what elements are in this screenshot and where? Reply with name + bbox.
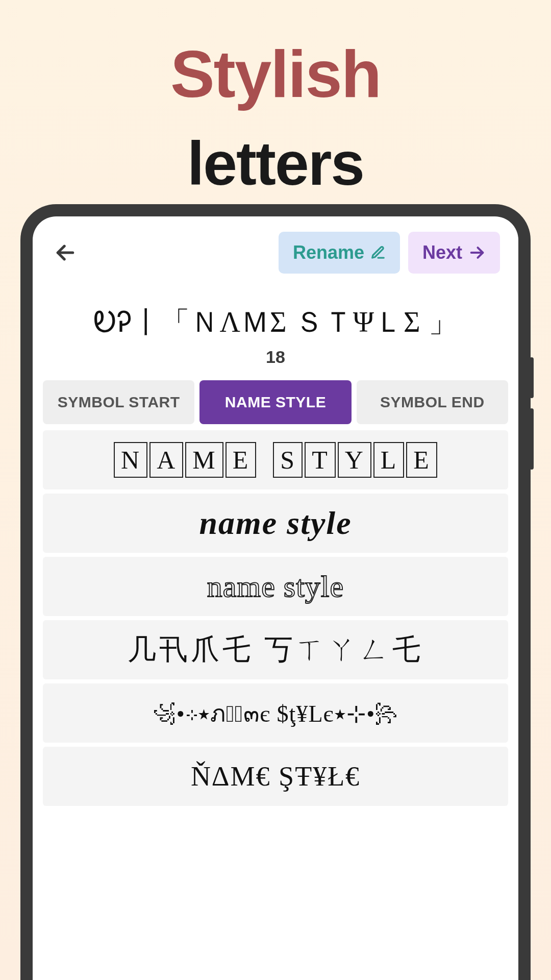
phone-side-button	[530, 357, 534, 398]
edit-icon	[370, 245, 386, 260]
arrow-left-icon	[54, 241, 77, 264]
rename-button[interactable]: Rename	[279, 232, 400, 274]
style-option-euro[interactable]: ŇΔM€ ŞŦ¥Ł€	[43, 747, 508, 806]
toolbar: Rename Next	[33, 216, 518, 283]
tab-name-style[interactable]: NAME STYLE	[199, 380, 351, 424]
style-option-asian[interactable]: 几卂爪乇 丂ㄒㄚㄥ乇	[43, 620, 508, 679]
style-list: NAME STYLE name style name style 几卂爪乇 丂ㄒ…	[33, 427, 518, 806]
style-option-boxed[interactable]: NAME STYLE	[43, 430, 508, 489]
style-option-decorated[interactable]: ꧁•⊹٭ภค̄๓є $ţ¥Lє٭⊹•꧂	[43, 683, 508, 743]
back-button[interactable]	[51, 238, 80, 267]
phone-side-button	[530, 408, 534, 470]
character-counter: 18	[33, 347, 518, 380]
promo-word-2: letters	[0, 133, 551, 194]
promo-heading: Stylish letters	[0, 0, 551, 194]
style-option-script[interactable]: name style	[43, 494, 508, 553]
tab-symbol-start[interactable]: SYMBOL START	[43, 380, 194, 424]
phone-frame: Rename Next ᎧᎮ丨「ＮΛＭΣ ＳＴΨＬΣ 」 18 SYMBOL S…	[20, 204, 531, 980]
preview-name: ᎧᎮ丨「ＮΛＭΣ ＳＴΨＬΣ 」	[33, 283, 518, 347]
promo-word-1: Stylish	[0, 41, 551, 107]
rename-label: Rename	[293, 242, 364, 263]
phone-screen: Rename Next ᎧᎮ丨「ＮΛＭΣ ＳＴΨＬΣ 」 18 SYMBOL S…	[33, 216, 518, 980]
tab-symbol-end[interactable]: SYMBOL END	[357, 380, 508, 424]
arrow-right-icon	[468, 244, 486, 261]
next-button[interactable]: Next	[408, 232, 500, 274]
tabs: SYMBOL START NAME STYLE SYMBOL END	[33, 380, 518, 424]
style-option-outline[interactable]: name style	[43, 557, 508, 616]
next-label: Next	[422, 242, 462, 263]
